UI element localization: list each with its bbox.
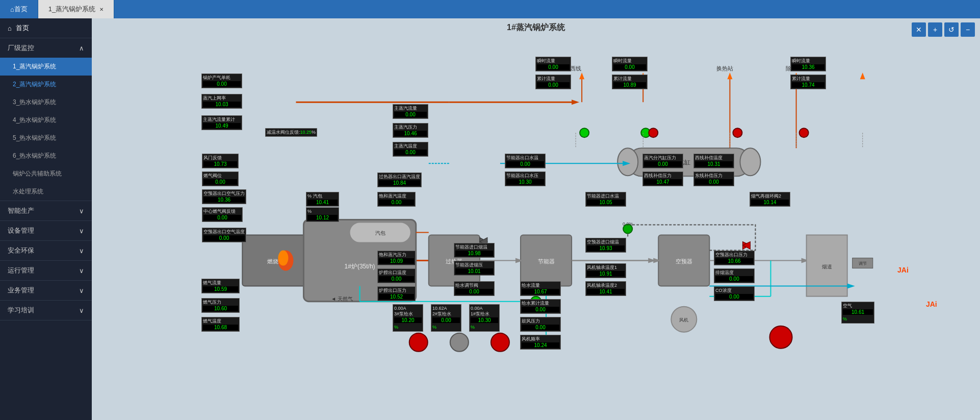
dew-valve-level-block: 减温水阀位反馈:10.25% (265, 128, 317, 137)
preheater-air-temp-block: 空预器出口空气温度 0.00 (202, 228, 246, 242)
superheat-outlet-temp-block: 过热器出口蒸汽温度 10.84 (377, 172, 422, 187)
sidebar-item-hotwater6[interactable]: 6_热水锅炉系统 (0, 147, 92, 165)
section-biz-mgmt-title[interactable]: 业务管理 ∨ (0, 281, 92, 300)
svg-text:空预器: 空预器 (676, 258, 692, 264)
sidebar-item-hotwater3[interactable]: 3_热水锅炉系统 (0, 93, 92, 111)
diagram-container: 1#蒸汽锅炉系统 ✕ + ↺ − (92, 18, 980, 420)
saturate-steam-press-block: 饱和蒸汽压力 10.09 (377, 251, 416, 265)
mid-flow-cumul-block: 累计流量 10.89 (612, 75, 648, 89)
svg-point-59 (409, 333, 428, 352)
tab-close-icon[interactable]: ✕ (99, 7, 104, 12)
toolbar: ✕ + ↺ − (912, 22, 975, 37)
drum-level-2-block: % 10.12 (306, 207, 339, 222)
blower-pct-block: 空气 10.61 % (841, 302, 874, 324)
section-biz-mgmt: 业务管理 ∨ (0, 281, 92, 301)
section-equip-mgmt-title[interactable]: 设备管理 ∨ (0, 221, 92, 240)
svg-point-26 (278, 251, 288, 266)
svg-text:节能器: 节能器 (538, 258, 555, 264)
econ-out-water-temp-block: 节能器出口水温 0.00 (505, 154, 546, 168)
feed-water-cumul-block: 给水累计流量 0.00 (520, 299, 561, 314)
furnace-press-block: 炉膛出口压力 10.52 (377, 286, 416, 301)
tab-boiler1[interactable]: 1_蒸汽锅炉系统 ✕ (38, 0, 114, 18)
chevron-down-icon-6: ∨ (79, 307, 84, 314)
section-learning-title[interactable]: 学习培训 ∨ (0, 301, 92, 320)
refresh-button[interactable]: ↺ (944, 22, 959, 37)
main-steam-flow-block: 主蒸汽流量 0.00 (393, 104, 428, 119)
sidebar-item-water-treat[interactable]: 水处理系统 (0, 183, 92, 201)
furnace-temp-block: 炉膛出口温度 0.00 (377, 268, 416, 283)
tab-home-label: 首页 (14, 5, 28, 14)
sidebar-item-hotwater4[interactable]: 4_热水锅炉系统 (0, 111, 92, 129)
sidebar-item-boiler2[interactable]: 2_蒸汽锅炉系统 (0, 76, 92, 93)
exhaust-temp-block: 排烟温度 0.00 (714, 268, 755, 283)
tab-bar: ⌂ 首页 1_蒸汽锅炉系统 ✕ (0, 0, 980, 18)
preheater-air-press-block: 空预器出口空气压力 10.36 (202, 189, 246, 204)
section-smart-prod: 智能生产 ∨ (0, 201, 92, 221)
econ-in-smoke-press-block: 节能器进烟压 10.01 (454, 261, 495, 276)
fuel-temp-block: 燃气温度 10.68 (201, 317, 240, 332)
svg-text:◄ 天然气: ◄ 天然气 (331, 296, 353, 302)
diagram-title: 1#蒸汽锅炉系统 (92, 18, 980, 37)
blower-press-block: 鼓风压力 0.00 (520, 317, 561, 332)
co-concentration-block: CO浓度 0.00 (714, 286, 755, 301)
west-flow-inst-block: 瞬时流量 0.00 (535, 57, 571, 71)
steam-dist-press-block: 蒸汽分汽缸压力 0.00 (642, 154, 683, 168)
section-equip-mgmt-label: 设备管理 (8, 226, 34, 235)
svg-text:调节: 调节 (859, 261, 867, 266)
steam-online-rate-block: 蒸汽上网率 10.03 (201, 94, 242, 109)
saturate-steam-temp-block: 饱和蒸汽温度 0.00 (377, 192, 416, 207)
recirculate2-block: 烟气再循环阀2 10.14 (750, 192, 790, 207)
sidebar-item-boiler-aux[interactable]: 锅炉公共辅助系统 (0, 165, 92, 183)
content-area: 1#蒸汽锅炉系统 ✕ + ↺ − (92, 18, 980, 420)
zoom-out-button[interactable]: − (961, 22, 975, 37)
home-nav-icon: ⌂ (8, 24, 12, 32)
section-smart-prod-title[interactable]: 智能生产 ∨ (0, 201, 92, 220)
section-ops-mgmt-label: 运行管理 (8, 266, 34, 275)
fuel-press-block: 燃气压力 10.60 (201, 298, 240, 313)
section-equip-mgmt: 设备管理 ∨ (0, 221, 92, 241)
tab-boiler1-label: 1_蒸汽锅炉系统 (48, 5, 95, 14)
tab-home[interactable]: ⌂ 首页 (0, 0, 38, 18)
sidebar-item-boiler1[interactable]: 1_蒸汽锅炉系统 (0, 58, 92, 76)
fullscreen-button[interactable]: ✕ (912, 22, 926, 37)
section-safety-env-title[interactable]: 安全环保 ∨ (0, 241, 92, 260)
fuel-flow-block: 燃气流量 10.59 (201, 279, 240, 293)
wind-feedback-block: 风门反馈 10.73 (202, 154, 239, 168)
svg-marker-72 (847, 284, 855, 289)
svg-point-60 (450, 333, 469, 352)
section-plant-monitor-title[interactable]: 厂级监控 ∧ (0, 38, 92, 58)
main-steam-flow-total-block: 主蒸汽流量累计 10.49 (201, 115, 242, 130)
chevron-down-icon-1: ∨ (79, 207, 84, 215)
fuel-valve-pos-block: 燃气阀位 0.00 (202, 171, 239, 186)
pump1-block: 0.00A 1#泵给水 10.30 % (469, 304, 500, 332)
preheater-out-press-block: 空预器出口压力 10.66 (714, 251, 755, 265)
chevron-down-icon-5: ∨ (79, 287, 84, 294)
svg-text:换热站: 换热站 (716, 65, 733, 71)
section-ops-mgmt-title[interactable]: 运行管理 ∨ (0, 261, 92, 280)
sidebar-item-hotwater5[interactable]: 5_热水锅炉系统 (0, 129, 92, 147)
svg-point-14 (740, 148, 760, 176)
svg-point-61 (491, 333, 509, 352)
svg-point-13 (617, 148, 638, 176)
fan-bearing-temp2-block: 风机轴承温度2 10.41 (585, 281, 626, 296)
center-fuel-valve-block: 中心燃气阀反馈 0.00 (202, 207, 243, 222)
section-safety-env-label: 安全环保 (8, 246, 34, 255)
zoom-in-button[interactable]: + (928, 22, 942, 37)
section-biz-mgmt-label: 业务管理 (8, 286, 34, 295)
svg-marker-11 (860, 72, 865, 79)
chevron-down-icon-2: ∨ (79, 227, 84, 235)
svg-text:汽包: 汽包 (375, 230, 385, 236)
jai-indicator: JAi (897, 266, 909, 274)
section-ops-mgmt: 运行管理 ∨ (0, 261, 92, 281)
svg-marker-9 (727, 72, 732, 79)
west-flow-cumul-block: 累计流量 0.00 (535, 75, 571, 89)
econ-in-water-temp-block: 节能器进口水温 10.05 (585, 192, 626, 207)
svg-point-56 (649, 128, 658, 137)
section-learning-label: 学习培训 (8, 306, 34, 315)
sidebar-home[interactable]: ⌂ 首页 (0, 18, 92, 38)
pump2-block: 10.62A 2#泵给水 0.00 % (431, 304, 461, 332)
drum-level-1-block: % 汽包 10.41 (306, 192, 339, 207)
west-press-comp-block: 西线补偿压力 10.47 (642, 171, 683, 186)
svg-text:烟道: 烟道 (822, 264, 832, 269)
preheater-in-smoke-temp-block: 空预器进口烟温 10.93 (585, 238, 626, 253)
